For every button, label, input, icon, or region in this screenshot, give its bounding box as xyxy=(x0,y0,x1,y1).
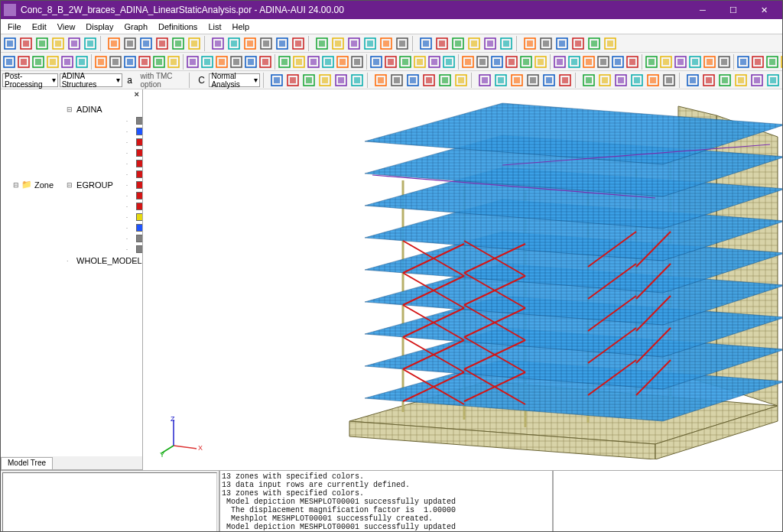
tree-item-eg12[interactable]: EG12 xyxy=(126,233,142,244)
eye2-icon[interactable] xyxy=(582,54,596,70)
tree-adina[interactable]: ADINA xyxy=(67,104,142,115)
analysis-dropdown[interactable]: Normal Analysis ▾ xyxy=(209,73,259,87)
n4-icon[interactable] xyxy=(685,73,700,88)
cube-sel-icon[interactable] xyxy=(258,36,274,51)
n6-icon[interactable] xyxy=(717,73,733,88)
d7-icon[interactable] xyxy=(94,54,108,70)
zoom-in-icon[interactable] xyxy=(362,36,378,51)
module-dropdown[interactable]: ADINA Structures ▾ xyxy=(60,73,122,87)
menu-file[interactable]: File xyxy=(2,21,27,33)
h5-icon[interactable] xyxy=(278,54,291,70)
xyz-pick-icon[interactable] xyxy=(275,36,290,51)
grid-fill-icon[interactable] xyxy=(466,36,482,51)
e1-icon[interactable] xyxy=(389,73,404,88)
rec-all-icon[interactable] xyxy=(519,54,533,70)
save-view-icon[interactable] xyxy=(482,36,498,51)
h4-icon[interactable] xyxy=(258,54,272,70)
tree-item-eg13[interactable]: EG13 xyxy=(126,244,142,255)
a3-icon[interactable] xyxy=(674,54,687,70)
tree-egroup[interactable]: EGROUP EG1EG2EG3EG4EG5EG6EG7EG8EG9EG10EG… xyxy=(67,115,142,255)
tree-item-eg10[interactable]: EG10 xyxy=(126,212,142,222)
tree-item-eg7[interactable]: EG7 xyxy=(126,180,142,190)
a7-icon[interactable] xyxy=(736,54,750,70)
first-icon[interactable] xyxy=(384,54,398,70)
print-icon[interactable] xyxy=(50,36,66,51)
eye1-icon[interactable] xyxy=(567,54,581,70)
key-icon[interactable] xyxy=(154,36,170,51)
fwd-icon[interactable] xyxy=(442,54,456,70)
grid-cyan-icon[interactable] xyxy=(570,36,586,51)
grid-green2-icon[interactable] xyxy=(603,36,618,51)
n1-icon[interactable] xyxy=(629,73,645,88)
dd-icon[interactable] xyxy=(596,54,610,70)
f4-icon[interactable] xyxy=(493,73,508,88)
a1-icon[interactable] xyxy=(645,54,658,70)
menu-definitions[interactable]: Definitions xyxy=(153,21,203,33)
zoom-fit-icon[interactable] xyxy=(395,36,410,51)
zoom-out-icon[interactable] xyxy=(379,36,394,51)
save-icon[interactable] xyxy=(34,36,50,51)
minimize-button[interactable]: ─ xyxy=(687,1,718,19)
more-icon[interactable] xyxy=(625,54,639,70)
g4-icon[interactable] xyxy=(200,54,214,70)
undo-icon[interactable] xyxy=(67,36,82,51)
menu-graph[interactable]: Graph xyxy=(119,21,153,33)
grid-blue-icon[interactable] xyxy=(554,36,570,51)
g1-icon[interactable] xyxy=(152,54,166,70)
arrow-icon[interactable] xyxy=(226,36,242,51)
maximize-button[interactable]: ☐ xyxy=(718,1,749,19)
rec-icon[interactable] xyxy=(505,54,518,70)
d4-icon[interactable] xyxy=(46,54,60,70)
new-icon[interactable] xyxy=(2,36,18,51)
d5-icon[interactable] xyxy=(60,54,74,70)
e2-icon[interactable] xyxy=(405,73,421,88)
f3-icon[interactable] xyxy=(477,73,492,88)
n2-icon[interactable] xyxy=(645,73,661,88)
tree-item-eg5[interactable]: EG5 xyxy=(126,158,142,169)
a6-icon[interactable] xyxy=(717,54,731,70)
a2-icon[interactable] xyxy=(659,54,673,70)
m3-icon[interactable] xyxy=(597,73,612,88)
next-icon[interactable] xyxy=(461,54,475,70)
tree-root[interactable]: 📁Zone ADINA EGROUP EG1EG2EG3EG4EG5EG6EG7… xyxy=(13,103,141,267)
n5-icon[interactable] xyxy=(701,73,716,88)
stack-icon[interactable] xyxy=(106,36,122,51)
zoom-win-icon[interactable] xyxy=(418,36,434,51)
bars-icon[interactable] xyxy=(171,36,186,51)
help-icon[interactable] xyxy=(210,36,226,51)
d1-icon[interactable] xyxy=(2,54,16,70)
h7-icon[interactable] xyxy=(307,54,320,70)
menu-edit[interactable]: Edit xyxy=(27,21,52,33)
b1-icon[interactable] xyxy=(269,73,284,88)
prev-icon[interactable] xyxy=(398,54,412,70)
h6-icon[interactable] xyxy=(292,54,306,70)
f2-icon[interactable] xyxy=(453,73,469,88)
fit-icon[interactable] xyxy=(450,36,466,51)
g2-icon[interactable] xyxy=(167,54,180,70)
n8-icon[interactable] xyxy=(749,73,765,88)
m4-icon[interactable] xyxy=(613,73,629,88)
close-button[interactable]: ✕ xyxy=(749,1,779,19)
pan-icon[interactable] xyxy=(434,36,450,51)
tree-item-eg8[interactable]: EG8 xyxy=(126,190,142,201)
tree-item-eg4[interactable]: EG4 xyxy=(126,148,142,158)
c1-icon[interactable] xyxy=(333,73,349,88)
f7-icon[interactable] xyxy=(541,73,557,88)
f6-icon[interactable] xyxy=(525,73,541,88)
m1-icon[interactable] xyxy=(557,73,573,88)
e3-icon[interactable] xyxy=(421,73,437,88)
grid-teal-icon[interactable] xyxy=(586,36,602,51)
h1-icon[interactable] xyxy=(215,54,229,70)
arrow-plus-icon[interactable] xyxy=(242,36,258,51)
b2-icon[interactable] xyxy=(285,73,301,88)
a4-icon[interactable] xyxy=(688,54,702,70)
menu-display[interactable]: Display xyxy=(80,21,119,33)
h11-icon[interactable] xyxy=(369,54,383,70)
a8-icon[interactable] xyxy=(751,54,765,70)
c3-icon[interactable] xyxy=(373,73,388,88)
n7-icon[interactable] xyxy=(733,73,749,88)
f1-icon[interactable] xyxy=(437,73,453,88)
node-y-icon[interactable] xyxy=(346,36,362,51)
panel-close-button[interactable]: × xyxy=(1,89,142,102)
d3-icon[interactable] xyxy=(31,54,45,70)
